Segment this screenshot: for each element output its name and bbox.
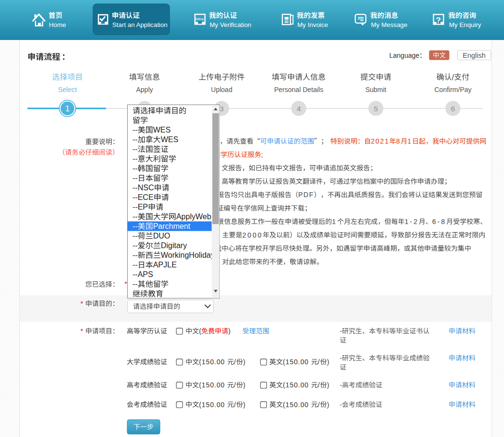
svg-text:(150.00: (150.00 (283, 401, 309, 409)
svg-text:): ) (228, 327, 231, 335)
svg-text:--: -- (133, 164, 138, 172)
svg-text:): ) (327, 401, 330, 409)
svg-text:/: / (234, 401, 237, 409)
svg-text:-: - (340, 401, 342, 409)
svg-text:Upload: Upload (211, 86, 232, 93)
svg-text:--: -- (133, 126, 138, 134)
svg-text:WorkingHoliday: WorkingHoliday (161, 251, 215, 259)
svg-text:2021: 2021 (371, 137, 389, 145)
svg-text:My Verification: My Verification (210, 21, 251, 28)
svg-text:ApplyWeb: ApplyWeb (176, 212, 212, 221)
svg-text:/: / (452, 73, 454, 81)
svg-text:4: 4 (297, 105, 301, 113)
svg-text:-: - (340, 381, 342, 389)
svg-text:1: 1 (408, 137, 412, 145)
svg-text:-: - (340, 327, 342, 335)
svg-text:--: -- (133, 261, 138, 269)
svg-text:APJLE: APJLE (153, 261, 177, 269)
svg-text:Start an Application: Start an Application (112, 21, 168, 28)
svg-text:English: English (463, 52, 486, 59)
svg-text:--EP: --EP (133, 203, 148, 211)
svg-text:(150.00: (150.00 (199, 358, 225, 366)
svg-text:1-2: 1-2 (405, 218, 419, 225)
svg-text:DUO: DUO (153, 232, 171, 240)
svg-text:--: -- (133, 145, 138, 153)
svg-text:Language: Language (389, 52, 420, 59)
svg-text:Home: Home (49, 21, 66, 28)
svg-text:--NSC: --NSC (133, 184, 154, 192)
svg-text:*: * (125, 280, 128, 288)
svg-text:Mine: Mine (196, 17, 204, 21)
svg-text:*: * (80, 300, 83, 307)
svg-text:): ) (327, 358, 330, 366)
svg-text:--ECE: --ECE (133, 193, 154, 201)
svg-text:--: -- (133, 174, 138, 182)
svg-text:*: * (80, 327, 83, 335)
svg-text:6-8: 6-8 (432, 218, 446, 225)
svg-text:My Invoice: My Invoice (297, 21, 328, 28)
svg-text:(150.00: (150.00 (283, 381, 309, 389)
svg-text:8: 8 (396, 137, 401, 145)
svg-text:1: 1 (332, 218, 337, 225)
svg-text:--: -- (133, 280, 138, 288)
svg-text:--: -- (133, 251, 138, 259)
svg-text:3: 3 (220, 105, 224, 113)
svg-text:): ) (327, 381, 330, 389)
svg-text:/: / (234, 381, 237, 389)
svg-text:Parchment: Parchment (153, 222, 191, 230)
svg-text:Select: Select (58, 86, 77, 93)
svg-text:/: / (318, 401, 320, 409)
svg-text:Confirm/Pay: Confirm/Pay (435, 86, 472, 93)
svg-text:(150.00: (150.00 (199, 381, 225, 389)
svg-text:WES: WES (161, 135, 178, 144)
svg-text:?: ? (436, 16, 441, 25)
svg-text:(: ( (199, 327, 201, 335)
svg-text:PDF: PDF (298, 191, 314, 199)
svg-text:--: -- (133, 135, 138, 144)
svg-text:Digitary: Digitary (161, 241, 187, 250)
svg-text:--: -- (133, 241, 138, 250)
svg-text:): ) (243, 401, 246, 409)
svg-text:--: -- (133, 232, 138, 240)
svg-text:2000: 2000 (242, 231, 263, 239)
svg-text:--APS: --APS (133, 270, 153, 278)
svg-text:Apply: Apply (136, 86, 153, 93)
svg-text:--: -- (133, 155, 138, 163)
svg-text:(150.00: (150.00 (283, 358, 309, 366)
svg-text:): ) (243, 358, 246, 366)
svg-text:1: 1 (65, 104, 69, 113)
svg-text:-: - (340, 354, 342, 362)
svg-text:/: / (318, 358, 320, 366)
svg-text:6: 6 (451, 105, 455, 113)
svg-text:Submit: Submit (365, 86, 386, 93)
svg-text:--: -- (133, 212, 138, 221)
svg-text:--: -- (133, 222, 138, 230)
svg-text:;: ; (261, 151, 263, 159)
svg-text:): ) (243, 381, 246, 389)
svg-text:5: 5 (374, 105, 378, 113)
svg-text:My Message: My Message (371, 21, 407, 28)
svg-text:WES: WES (153, 126, 171, 134)
svg-text:/: / (318, 381, 320, 389)
svg-text:/: / (234, 358, 237, 366)
svg-text:Personal Details: Personal Details (274, 86, 323, 93)
svg-text:(150.00: (150.00 (199, 401, 225, 409)
svg-text:My Enquiry: My Enquiry (449, 21, 481, 28)
